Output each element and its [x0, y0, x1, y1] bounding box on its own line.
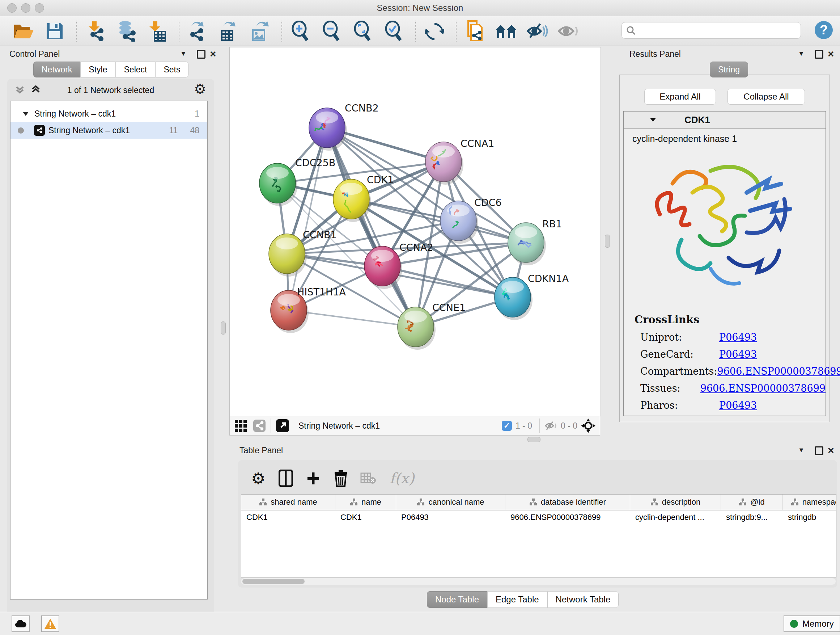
table-cell[interactable]: stringdb [783, 510, 836, 525]
selected-checkbox-icon[interactable]: ✓ [502, 421, 512, 431]
network-selector-text: 1 of 1 Network selected [7, 86, 214, 95]
tab-select[interactable]: Select [116, 62, 156, 78]
tab-edge-table[interactable]: Edge Table [487, 591, 547, 608]
crosslink-link[interactable]: 9606.ENSP00000378699 [700, 383, 826, 394]
table-cell[interactable]: 9606.ENSP00000378699 [505, 510, 630, 525]
network-graph[interactable]: CCNB2CCNA1CDC25BCDK1CDC6RB1CCNB1CCNA2CDK… [230, 48, 600, 416]
table-cell[interactable]: stringdb:9... [721, 510, 783, 525]
show-all-button[interactable] [557, 20, 579, 42]
tab-sets[interactable]: Sets [155, 62, 188, 78]
first-neighbors-button[interactable] [495, 20, 517, 42]
node-CCNA1[interactable] [425, 142, 463, 185]
column-header-database-identifier[interactable]: database identifier [505, 494, 630, 510]
birdseye-grid-icon[interactable] [235, 420, 247, 432]
apply-layout-button[interactable] [423, 20, 446, 42]
column-header-description[interactable]: description [630, 494, 721, 510]
network-collection-row[interactable]: String Network – cdk1 1 [11, 105, 207, 122]
warnings-button[interactable] [41, 616, 59, 632]
table-scrollbar-thumb[interactable] [242, 579, 305, 584]
crosslink-link[interactable]: P06493 [719, 332, 757, 343]
tab-network[interactable]: Network [33, 62, 80, 78]
node-table[interactable]: shared namenamecanonical namedatabase id… [241, 494, 836, 578]
node-RB1[interactable] [508, 223, 546, 265]
canvas-results-divider-grip[interactable] [605, 234, 610, 248]
expand-all-button[interactable]: Expand All [644, 89, 716, 105]
tab-string[interactable]: String [710, 62, 748, 78]
card-collapse-triangle-icon[interactable] [650, 117, 656, 122]
tab-style[interactable]: Style [80, 62, 115, 78]
table-panel-collapse-icon[interactable]: ▼ [798, 447, 805, 454]
zoom-out-button[interactable] [321, 20, 343, 42]
crosslink-link[interactable]: 9606.ENSP00000378699 [717, 366, 840, 377]
column-header-namespace[interactable]: namespace [783, 494, 836, 510]
column-header-name[interactable]: name [335, 494, 396, 510]
hide-selected-button[interactable] [526, 20, 548, 42]
create-column-plus-icon[interactable]: + [303, 468, 324, 488]
table-horizontal-scrollbar[interactable] [241, 578, 836, 585]
node-CDKN1A[interactable] [494, 277, 532, 320]
node-label-RB1: RB1 [542, 218, 562, 230]
houses-icon [495, 22, 517, 40]
control-panel-float-icon[interactable] [197, 50, 205, 59]
export-network-button[interactable] [187, 20, 209, 42]
detach-view-icon[interactable] [276, 419, 289, 432]
table-cell[interactable]: CDK1 [335, 510, 396, 525]
column-header-canonical-name[interactable]: canonical name [396, 494, 505, 510]
collapse-all-button[interactable]: Collapse All [728, 89, 805, 105]
tab-network-table[interactable]: Network Table [547, 591, 619, 608]
protein-card-header[interactable]: CDK1 [624, 111, 826, 128]
import-network-file-button[interactable] [84, 20, 106, 42]
tree-expander-icon[interactable] [22, 111, 29, 117]
column-header-@id[interactable]: @id [721, 494, 783, 510]
results-panel-collapse-icon[interactable]: ▼ [798, 50, 805, 57]
table-options-gear-icon[interactable]: ⚙ [248, 468, 268, 488]
zoom-selected-button[interactable] [383, 20, 405, 42]
network-row-selected[interactable]: String Network – cdk1 11 48 [11, 122, 207, 139]
edge-CCNB2-HIST1H1A[interactable] [289, 128, 327, 310]
column-header-shared-name[interactable]: shared name [241, 494, 335, 510]
control-panel-collapse-icon[interactable]: ▼ [180, 50, 187, 57]
table-panel-float-icon[interactable] [815, 447, 823, 455]
node-CDK1[interactable] [333, 179, 371, 222]
control-canvas-divider-grip[interactable] [221, 321, 226, 334]
automation-cloud-button[interactable] [11, 616, 30, 632]
help-button[interactable]: ? [815, 21, 833, 39]
center-view-crosshair-icon[interactable] [581, 418, 595, 433]
function-builder-icon-disabled: f(x) [386, 468, 418, 488]
node-CDC25B[interactable] [259, 163, 297, 206]
tab-node-table[interactable]: Node Table [427, 591, 487, 608]
results-panel-float-icon[interactable] [815, 50, 823, 59]
zoom-fit-button[interactable] [352, 20, 374, 42]
table-cell[interactable]: cyclin-dependent ... [630, 510, 721, 525]
clone-network-button[interactable] [464, 20, 486, 42]
network-tab-panel: 1 of 1 Network selected ⚙ String Network… [7, 79, 214, 635]
crosslink-link[interactable]: P06493 [719, 348, 757, 360]
zoom-in-button[interactable] [289, 20, 312, 42]
share-network-icon[interactable] [253, 420, 265, 432]
open-session-button[interactable] [12, 20, 35, 42]
show-columns-icon[interactable] [276, 468, 296, 488]
memory-button[interactable]: Memory [783, 616, 840, 632]
table-cell[interactable]: CDK1 [241, 510, 335, 525]
crosslinks-section: CrossLinks Uniprot:P06493GeneCard:P06493… [624, 310, 826, 411]
crosslink-link[interactable]: P06493 [719, 400, 757, 411]
table-cell[interactable]: P06493 [396, 510, 505, 525]
export-table-button[interactable] [218, 20, 240, 42]
delete-column-trash-icon[interactable] [331, 468, 351, 488]
table-row[interactable]: CDK1CDK1P064939606.ENSP00000378699cyclin… [241, 510, 836, 525]
network-canvas[interactable]: CCNB2CCNA1CDC25BCDK1CDC6RB1CCNB1CCNA2CDK… [229, 47, 601, 416]
import-network-database-button[interactable] [115, 20, 137, 42]
save-session-button[interactable] [43, 20, 66, 42]
node-CCNE1[interactable] [398, 307, 436, 350]
node-CCNB2[interactable] [309, 108, 347, 150]
network-search-input[interactable] [622, 22, 801, 39]
export-image-button[interactable] [249, 20, 271, 42]
import-table-button[interactable] [146, 20, 169, 42]
canvas-table-divider-grip[interactable] [527, 437, 540, 442]
control-panel-close-icon[interactable]: × [210, 48, 216, 60]
column-header-label: name [362, 497, 381, 507]
table-panel-close-icon[interactable]: × [828, 444, 834, 456]
node-CCNA2[interactable] [364, 246, 402, 289]
results-panel-close-icon[interactable]: × [828, 48, 834, 60]
network-options-gear-icon[interactable]: ⚙ [194, 81, 206, 97]
